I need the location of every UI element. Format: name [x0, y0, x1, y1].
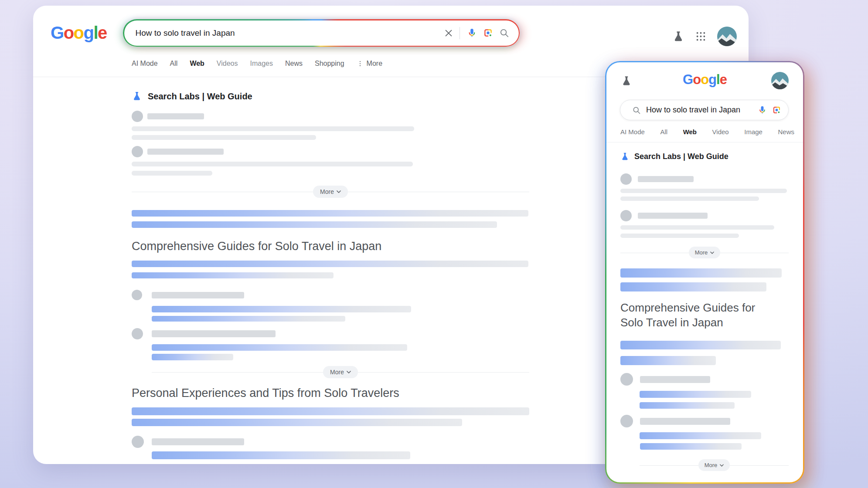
- more-label: More: [330, 369, 344, 376]
- skeleton-title-bar: [152, 292, 244, 298]
- chevron-down-icon: [337, 190, 341, 193]
- more-button[interactable]: More: [698, 459, 730, 471]
- labs-title: Search Labs | Web Guide: [634, 152, 728, 161]
- skeleton-blue-bar: [152, 344, 407, 351]
- more-label: More: [705, 462, 718, 468]
- voice-search-icon[interactable]: [467, 28, 477, 38]
- mobile-preview-panel: Google How to solo travel in Japan AI Mo…: [605, 61, 804, 484]
- tab-more[interactable]: More: [357, 60, 382, 68]
- skeleton-blue-bar: [132, 419, 462, 426]
- logo-letter: G: [51, 23, 64, 42]
- skeleton-bar: [132, 171, 212, 176]
- logo-letter: G: [683, 72, 693, 87]
- result-row: [132, 290, 529, 300]
- logo-letter: o: [693, 72, 701, 87]
- skeleton-blue-bar: [620, 282, 766, 291]
- logo-letter: l: [716, 72, 720, 87]
- skeleton-bar: [620, 225, 774, 230]
- search-bar[interactable]: How to solo travel in Japan: [620, 100, 789, 120]
- search-labs-icon[interactable]: [672, 30, 684, 43]
- tab-video[interactable]: Video: [712, 128, 729, 136]
- more-label: More: [320, 188, 334, 195]
- avatar[interactable]: [717, 27, 737, 46]
- skeleton-blue-bar: [152, 354, 233, 360]
- more-button[interactable]: More: [323, 366, 358, 378]
- voice-search-icon[interactable]: [758, 105, 767, 115]
- logo-letter: g: [84, 23, 94, 42]
- tab-ai-mode[interactable]: AI Mode: [132, 60, 158, 68]
- skeleton-circle: [620, 173, 632, 185]
- skeleton-bar: [132, 126, 414, 131]
- tab-image[interactable]: Image: [744, 128, 762, 136]
- skeleton-bar: [132, 162, 413, 166]
- tab-shopping[interactable]: Shopping: [315, 60, 344, 68]
- skeleton-blue-bar: [132, 210, 528, 217]
- skeleton-title-bar: [152, 330, 276, 337]
- skeleton-blue-bar: [132, 221, 497, 228]
- tab-web[interactable]: Web: [190, 60, 204, 68]
- results-tab-bar: AI Mode All Web Video Image News: [620, 128, 794, 136]
- tab-ai-mode[interactable]: AI Mode: [620, 128, 645, 136]
- skeleton-blue-bar: [640, 402, 735, 409]
- skeleton-title-bar: [640, 376, 710, 383]
- tab-web[interactable]: Web: [683, 128, 697, 136]
- tab-more-label: More: [367, 60, 382, 68]
- search-labs-web-guide-header: Search Labs | Web Guide: [620, 152, 789, 161]
- skeleton-blue-bar: [620, 268, 782, 278]
- skeleton-title-bar: [147, 149, 224, 155]
- result-row: [620, 415, 789, 427]
- tab-all[interactable]: All: [660, 128, 667, 136]
- tab-all[interactable]: All: [170, 60, 178, 68]
- skeleton-circle: [620, 210, 632, 221]
- chevron-down-icon: [710, 251, 714, 254]
- more-menu-icon: [357, 60, 364, 67]
- skeleton-blue-bar: [132, 272, 334, 278]
- search-labs-web-guide-header: Search Labs | Web Guide: [132, 91, 529, 102]
- skeleton-blue-bar: [620, 341, 781, 349]
- skeleton-bar: [132, 135, 316, 140]
- clear-icon[interactable]: [444, 28, 453, 38]
- google-lens-icon[interactable]: [483, 28, 493, 38]
- result-row: [620, 373, 789, 386]
- search-icon: [632, 106, 641, 115]
- skeleton-blue-bar: [152, 306, 411, 312]
- section-heading: Comprehensive Guides for Solo Travel in …: [620, 300, 781, 330]
- logo-letter: o: [64, 23, 74, 42]
- google-apps-icon[interactable]: [695, 30, 707, 42]
- skeleton-circle: [132, 290, 142, 300]
- google-lens-icon[interactable]: [772, 105, 781, 115]
- section-heading: Personal Experiences and Tips from Solo …: [132, 386, 529, 400]
- tab-news[interactable]: News: [778, 128, 794, 136]
- skeleton-title-bar: [638, 213, 708, 219]
- google-logo[interactable]: Google: [51, 23, 107, 43]
- tab-videos[interactable]: Videos: [217, 60, 238, 68]
- more-button[interactable]: More: [689, 247, 721, 258]
- skeleton-blue-bar: [152, 316, 345, 322]
- skeleton-title-bar: [147, 113, 204, 119]
- skeleton-blue-bar: [152, 451, 410, 459]
- logo-letter: e: [98, 23, 107, 42]
- more-section: More: [620, 247, 789, 259]
- search-icon[interactable]: [499, 28, 509, 38]
- logo-letter: o: [74, 23, 84, 42]
- skeleton-blue-bar: [132, 407, 529, 415]
- tab-news[interactable]: News: [285, 60, 303, 68]
- result-row: [132, 111, 529, 122]
- tab-images[interactable]: Images: [250, 60, 273, 68]
- result-row: [132, 436, 529, 448]
- search-bar: [123, 19, 520, 47]
- skeleton-title-bar: [152, 438, 244, 445]
- avatar[interactable]: [771, 72, 789, 89]
- skeleton-blue-bar: [640, 391, 751, 398]
- more-button[interactable]: More: [313, 186, 348, 198]
- header-divider: [606, 142, 803, 142]
- logo-letter: g: [708, 72, 716, 87]
- labs-flask-icon: [132, 91, 142, 102]
- result-row: [620, 210, 789, 221]
- more-section: More: [132, 186, 529, 198]
- skeleton-title-bar: [640, 418, 730, 425]
- search-input[interactable]: [136, 28, 438, 38]
- labs-title: Search Labs | Web Guide: [148, 92, 252, 102]
- skeleton-circle: [132, 146, 143, 157]
- labs-flask-icon: [620, 152, 630, 161]
